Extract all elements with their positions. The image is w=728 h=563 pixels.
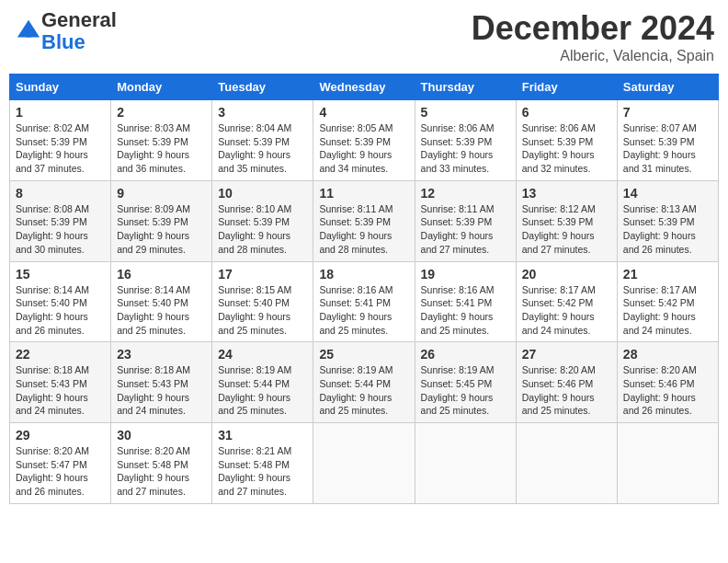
header-thursday: Thursday (415, 75, 516, 100)
day-number: 17 (218, 267, 307, 282)
calendar-cell (415, 423, 516, 504)
day-info: Sunrise: 8:03 AMSunset: 5:39 PMDaylight:… (117, 121, 206, 176)
page-header: General Blue December 2024 Alberic, Vale… (9, 9, 719, 64)
day-number: 28 (623, 347, 712, 362)
calendar-cell: 22Sunrise: 8:18 AMSunset: 5:43 PMDayligh… (10, 342, 111, 423)
day-number: 25 (319, 347, 408, 362)
calendar-cell: 15Sunrise: 8:14 AMSunset: 5:40 PMDayligh… (10, 261, 111, 342)
day-info: Sunrise: 8:14 AMSunset: 5:40 PMDaylight:… (117, 283, 206, 338)
day-info: Sunrise: 8:06 AMSunset: 5:39 PMDaylight:… (421, 121, 510, 176)
calendar-cell: 13Sunrise: 8:12 AMSunset: 5:39 PMDayligh… (516, 180, 617, 261)
calendar-cell: 21Sunrise: 8:17 AMSunset: 5:42 PMDayligh… (617, 261, 718, 342)
calendar-cell: 24Sunrise: 8:19 AMSunset: 5:44 PMDayligh… (212, 342, 313, 423)
calendar-cell: 7Sunrise: 8:07 AMSunset: 5:39 PMDaylight… (617, 100, 718, 181)
header-tuesday: Tuesday (212, 75, 313, 100)
logo-icon (16, 18, 41, 44)
day-info: Sunrise: 8:12 AMSunset: 5:39 PMDaylight:… (522, 202, 611, 257)
day-info: Sunrise: 8:19 AMSunset: 5:45 PMDaylight:… (421, 363, 510, 418)
calendar-cell: 10Sunrise: 8:10 AMSunset: 5:39 PMDayligh… (212, 180, 313, 261)
day-info: Sunrise: 8:19 AMSunset: 5:44 PMDaylight:… (319, 363, 408, 418)
day-number: 15 (16, 267, 105, 282)
calendar-week-row: 1Sunrise: 8:02 AMSunset: 5:39 PMDaylight… (10, 100, 719, 181)
calendar-cell: 9Sunrise: 8:09 AMSunset: 5:39 PMDaylight… (111, 180, 212, 261)
calendar-cell: 26Sunrise: 8:19 AMSunset: 5:45 PMDayligh… (415, 342, 516, 423)
calendar-cell (313, 423, 415, 504)
day-info: Sunrise: 8:17 AMSunset: 5:42 PMDaylight:… (623, 283, 712, 338)
day-number: 20 (522, 267, 611, 282)
day-info: Sunrise: 8:18 AMSunset: 5:43 PMDaylight:… (16, 363, 105, 418)
day-info: Sunrise: 8:11 AMSunset: 5:39 PMDaylight:… (421, 202, 510, 257)
logo: General Blue (14, 9, 117, 53)
day-info: Sunrise: 8:09 AMSunset: 5:39 PMDaylight:… (117, 202, 206, 257)
svg-rect-1 (26, 30, 31, 37)
day-info: Sunrise: 8:16 AMSunset: 5:41 PMDaylight:… (421, 283, 510, 338)
calendar-cell: 29Sunrise: 8:20 AMSunset: 5:47 PMDayligh… (10, 423, 111, 504)
calendar-cell (516, 423, 617, 504)
calendar-cell: 19Sunrise: 8:16 AMSunset: 5:41 PMDayligh… (415, 261, 516, 342)
header-friday: Friday (516, 75, 617, 100)
day-info: Sunrise: 8:21 AMSunset: 5:48 PMDaylight:… (218, 444, 307, 499)
day-number: 18 (319, 267, 408, 282)
day-number: 1 (16, 105, 105, 120)
day-number: 11 (319, 186, 408, 201)
day-number: 7 (623, 105, 712, 120)
day-number: 30 (117, 428, 206, 442)
day-info: Sunrise: 8:05 AMSunset: 5:39 PMDaylight:… (319, 121, 408, 176)
day-number: 3 (218, 105, 307, 120)
day-info: Sunrise: 8:17 AMSunset: 5:42 PMDaylight:… (522, 283, 611, 338)
day-info: Sunrise: 8:14 AMSunset: 5:40 PMDaylight:… (16, 283, 105, 338)
calendar-cell: 2Sunrise: 8:03 AMSunset: 5:39 PMDaylight… (111, 100, 212, 181)
calendar-cell: 11Sunrise: 8:11 AMSunset: 5:39 PMDayligh… (313, 180, 415, 261)
calendar-cell: 5Sunrise: 8:06 AMSunset: 5:39 PMDaylight… (415, 100, 516, 181)
location-title: Alberic, Valencia, Spain (472, 48, 714, 64)
calendar-cell: 28Sunrise: 8:20 AMSunset: 5:46 PMDayligh… (617, 342, 718, 423)
day-info: Sunrise: 8:02 AMSunset: 5:39 PMDaylight:… (16, 121, 105, 176)
day-info: Sunrise: 8:11 AMSunset: 5:39 PMDaylight:… (319, 202, 408, 257)
day-number: 24 (218, 347, 307, 362)
day-info: Sunrise: 8:07 AMSunset: 5:39 PMDaylight:… (623, 121, 712, 176)
month-title: December 2024 (472, 9, 714, 48)
header-sunday: Sunday (10, 75, 111, 100)
day-number: 23 (117, 347, 206, 362)
calendar-cell: 23Sunrise: 8:18 AMSunset: 5:43 PMDayligh… (111, 342, 212, 423)
calendar-cell: 30Sunrise: 8:20 AMSunset: 5:48 PMDayligh… (111, 423, 212, 504)
calendar-cell: 4Sunrise: 8:05 AMSunset: 5:39 PMDaylight… (313, 100, 415, 181)
day-info: Sunrise: 8:18 AMSunset: 5:43 PMDaylight:… (117, 363, 206, 418)
day-info: Sunrise: 8:16 AMSunset: 5:41 PMDaylight:… (319, 283, 408, 338)
day-info: Sunrise: 8:13 AMSunset: 5:39 PMDaylight:… (623, 202, 712, 257)
calendar-cell: 20Sunrise: 8:17 AMSunset: 5:42 PMDayligh… (516, 261, 617, 342)
day-number: 19 (421, 267, 510, 282)
day-info: Sunrise: 8:10 AMSunset: 5:39 PMDaylight:… (218, 202, 307, 257)
title-block: December 2024 Alberic, Valencia, Spain (472, 9, 714, 64)
logo-blue: Blue (41, 30, 85, 53)
calendar-cell: 1Sunrise: 8:02 AMSunset: 5:39 PMDaylight… (10, 100, 111, 181)
calendar-cell (617, 423, 718, 504)
header-monday: Monday (111, 75, 212, 100)
calendar-cell: 27Sunrise: 8:20 AMSunset: 5:46 PMDayligh… (516, 342, 617, 423)
day-info: Sunrise: 8:20 AMSunset: 5:46 PMDaylight:… (522, 363, 611, 418)
day-number: 8 (16, 186, 105, 201)
calendar-header-row: SundayMondayTuesdayWednesdayThursdayFrid… (10, 75, 719, 100)
calendar-cell: 14Sunrise: 8:13 AMSunset: 5:39 PMDayligh… (617, 180, 718, 261)
calendar-cell: 31Sunrise: 8:21 AMSunset: 5:48 PMDayligh… (212, 423, 313, 504)
calendar-cell: 6Sunrise: 8:06 AMSunset: 5:39 PMDaylight… (516, 100, 617, 181)
calendar-cell: 18Sunrise: 8:16 AMSunset: 5:41 PMDayligh… (313, 261, 415, 342)
day-info: Sunrise: 8:15 AMSunset: 5:40 PMDaylight:… (218, 283, 307, 338)
calendar-cell: 25Sunrise: 8:19 AMSunset: 5:44 PMDayligh… (313, 342, 415, 423)
day-number: 31 (218, 428, 307, 442)
calendar-cell: 3Sunrise: 8:04 AMSunset: 5:39 PMDaylight… (212, 100, 313, 181)
day-info: Sunrise: 8:19 AMSunset: 5:44 PMDaylight:… (218, 363, 307, 418)
calendar-cell: 16Sunrise: 8:14 AMSunset: 5:40 PMDayligh… (111, 261, 212, 342)
day-info: Sunrise: 8:20 AMSunset: 5:46 PMDaylight:… (623, 363, 712, 418)
calendar-table: SundayMondayTuesdayWednesdayThursdayFrid… (9, 74, 719, 504)
day-info: Sunrise: 8:20 AMSunset: 5:48 PMDaylight:… (117, 444, 206, 499)
day-info: Sunrise: 8:20 AMSunset: 5:47 PMDaylight:… (16, 444, 105, 499)
day-number: 9 (117, 186, 206, 201)
calendar-cell: 12Sunrise: 8:11 AMSunset: 5:39 PMDayligh… (415, 180, 516, 261)
header-saturday: Saturday (617, 75, 718, 100)
day-number: 12 (421, 186, 510, 201)
day-number: 16 (117, 267, 206, 282)
day-number: 14 (623, 186, 712, 201)
day-info: Sunrise: 8:06 AMSunset: 5:39 PMDaylight:… (522, 121, 611, 176)
day-number: 5 (421, 105, 510, 120)
